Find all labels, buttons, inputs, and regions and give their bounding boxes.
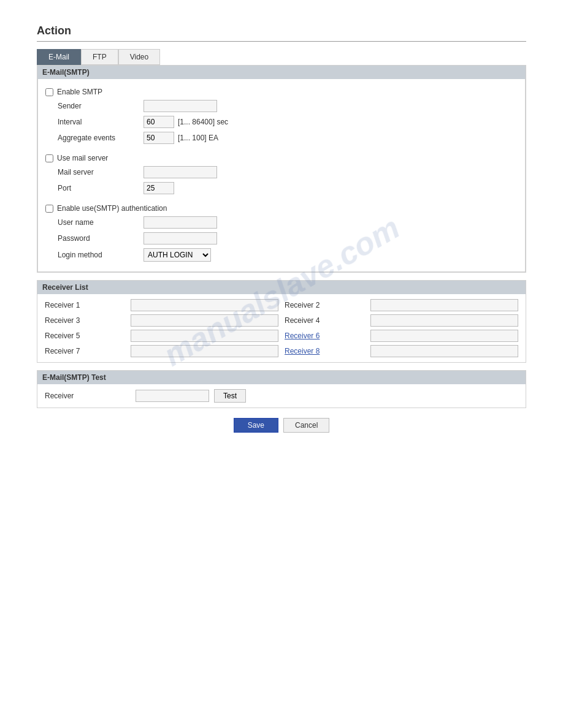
aggregate-input[interactable] xyxy=(144,132,174,144)
sender-label: Sender xyxy=(45,102,144,110)
test-receiver-input[interactable] xyxy=(136,390,209,402)
receiver-7-label: Receiver 7 xyxy=(45,347,124,355)
receiver-5-input[interactable] xyxy=(131,330,278,342)
page-title: Action xyxy=(37,25,526,42)
use-mail-server-label: Use mail server xyxy=(57,154,108,162)
login-method-row: Login method AUTH LOGIN AUTH PLAIN AUTH … xyxy=(45,248,518,262)
password-input[interactable] xyxy=(144,232,217,245)
password-label: Password xyxy=(45,234,144,243)
aggregate-hint: [1... 100] EA xyxy=(178,134,218,142)
save-button[interactable]: Save xyxy=(234,418,278,433)
receiver-6-label: Receiver 6 xyxy=(285,332,364,340)
interval-input[interactable] xyxy=(144,116,174,128)
mail-server-row: Mail server xyxy=(45,166,518,178)
receiver-grid: Receiver 1 Receiver 2 Receiver 3 Receive… xyxy=(37,294,526,362)
receiver-7-input[interactable] xyxy=(131,345,278,357)
test-section-header: E-Mail(SMTP) Test xyxy=(37,371,526,384)
receiver-5-label: Receiver 5 xyxy=(45,332,124,340)
button-row: Save Cancel xyxy=(37,418,526,433)
receiver-3-label: Receiver 3 xyxy=(45,316,124,325)
receiver-section: Receiver List Receiver 1 Receiver 2 Rece… xyxy=(37,280,526,363)
password-row: Password xyxy=(45,232,518,245)
mail-server-label: Mail server xyxy=(45,168,144,176)
receiver-1-label: Receiver 1 xyxy=(45,301,124,309)
enable-auth-label: Enable use(SMTP) authentication xyxy=(57,204,167,213)
enable-smtp-row: Enable SMTP xyxy=(45,88,518,96)
use-mail-server-row: Use mail server xyxy=(45,154,518,162)
smtp-section-header: E-Mail(SMTP) xyxy=(37,66,526,79)
username-label: User name xyxy=(45,218,144,227)
aggregate-row: Aggregate events [1... 100] EA xyxy=(45,132,518,144)
port-row: Port xyxy=(45,182,518,194)
port-label: Port xyxy=(45,184,144,192)
interval-label: Interval xyxy=(45,118,144,126)
receiver-section-header: Receiver List xyxy=(37,281,526,294)
smtp-section-body: Enable SMTP Sender Interval [1... 86400]… xyxy=(37,79,526,272)
receiver-1-input[interactable] xyxy=(131,299,278,311)
tab-ftp[interactable]: FTP xyxy=(81,49,118,65)
receiver-8-label: Receiver 8 xyxy=(285,347,364,355)
cancel-button[interactable]: Cancel xyxy=(283,418,329,433)
receiver-2-label: Receiver 2 xyxy=(285,301,364,309)
sender-input[interactable] xyxy=(144,100,217,112)
mail-server-input[interactable] xyxy=(144,166,217,178)
receiver-4-input[interactable] xyxy=(370,314,518,327)
login-method-label: Login method xyxy=(45,251,144,259)
tab-video[interactable]: Video xyxy=(118,49,160,65)
enable-smtp-checkbox[interactable] xyxy=(45,88,53,96)
receiver-3-input[interactable] xyxy=(131,314,278,327)
test-row: Receiver Test xyxy=(37,384,526,408)
receiver-2-input[interactable] xyxy=(370,299,518,311)
use-mail-server-checkbox[interactable] xyxy=(45,154,53,162)
enable-auth-row: Enable use(SMTP) authentication xyxy=(45,204,518,213)
receiver-8-input[interactable] xyxy=(370,345,518,357)
aggregate-label: Aggregate events xyxy=(45,134,144,142)
port-input[interactable] xyxy=(144,182,174,194)
tab-email[interactable]: E-Mail xyxy=(37,49,81,65)
enable-auth-checkbox[interactable] xyxy=(45,205,53,213)
receiver-4-label: Receiver 4 xyxy=(285,316,364,325)
smtp-section: E-Mail(SMTP) Enable SMTP Sender Interval… xyxy=(37,65,526,273)
interval-row: Interval [1... 86400] sec xyxy=(45,116,518,128)
test-section: E-Mail(SMTP) Test Receiver Test xyxy=(37,370,526,408)
login-method-select[interactable]: AUTH LOGIN AUTH PLAIN AUTH CRAM-MD5 xyxy=(144,248,211,262)
test-button[interactable]: Test xyxy=(214,389,246,403)
username-input[interactable] xyxy=(144,216,217,229)
receiver-6-input[interactable] xyxy=(370,330,518,342)
tab-bar: E-Mail FTP Video xyxy=(37,49,526,65)
sender-row: Sender xyxy=(45,100,518,112)
test-receiver-label: Receiver xyxy=(45,392,131,400)
enable-smtp-label: Enable SMTP xyxy=(57,88,102,96)
username-row: User name xyxy=(45,216,518,229)
interval-hint: [1... 86400] sec xyxy=(178,118,228,126)
